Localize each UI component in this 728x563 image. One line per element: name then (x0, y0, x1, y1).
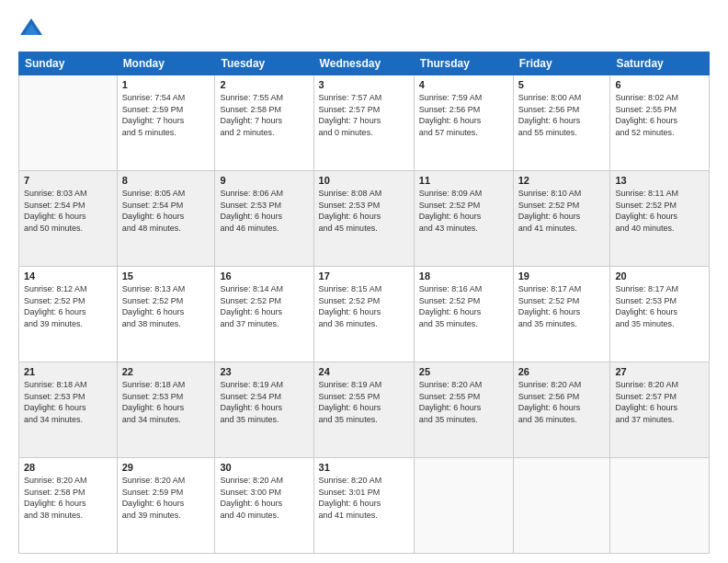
day-cell: 24Sunrise: 8:19 AM Sunset: 2:55 PM Dayli… (313, 362, 414, 458)
logo-icon (18, 17, 44, 42)
day-number: 19 (518, 270, 606, 282)
day-info: Sunrise: 8:05 AM Sunset: 2:54 PM Dayligh… (122, 188, 210, 234)
day-cell: 5Sunrise: 8:00 AM Sunset: 2:56 PM Daylig… (513, 75, 610, 171)
day-cell: 7Sunrise: 8:03 AM Sunset: 2:54 PM Daylig… (19, 171, 118, 267)
day-number: 22 (122, 366, 210, 377)
day-cell: 28Sunrise: 8:20 AM Sunset: 2:58 PM Dayli… (19, 458, 118, 554)
day-info: Sunrise: 8:14 AM Sunset: 2:52 PM Dayligh… (220, 283, 308, 329)
day-info: Sunrise: 8:06 AM Sunset: 2:53 PM Dayligh… (220, 188, 308, 234)
day-cell: 1Sunrise: 7:54 AM Sunset: 2:59 PM Daylig… (117, 75, 215, 171)
day-cell: 20Sunrise: 8:17 AM Sunset: 2:53 PM Dayli… (610, 267, 710, 362)
header-row: SundayMondayTuesdayWednesdayThursdayFrid… (19, 52, 710, 75)
day-number: 11 (419, 175, 508, 186)
day-number: 13 (615, 175, 704, 186)
header (18, 17, 710, 42)
day-info: Sunrise: 8:19 AM Sunset: 2:54 PM Dayligh… (220, 379, 308, 425)
day-number: 14 (24, 270, 112, 282)
day-info: Sunrise: 8:09 AM Sunset: 2:52 PM Dayligh… (419, 188, 508, 234)
day-info: Sunrise: 8:03 AM Sunset: 2:54 PM Dayligh… (24, 188, 112, 234)
col-header-tuesday: Tuesday (215, 52, 313, 75)
day-cell: 31Sunrise: 8:20 AM Sunset: 3:01 PM Dayli… (313, 458, 414, 554)
week-row-1: 1Sunrise: 7:54 AM Sunset: 2:59 PM Daylig… (19, 75, 710, 171)
day-info: Sunrise: 8:11 AM Sunset: 2:52 PM Dayligh… (615, 188, 704, 234)
day-info: Sunrise: 8:20 AM Sunset: 2:59 PM Dayligh… (122, 475, 210, 521)
day-cell (513, 458, 610, 554)
day-number: 3 (319, 79, 409, 90)
day-info: Sunrise: 8:20 AM Sunset: 3:00 PM Dayligh… (220, 475, 308, 521)
day-number: 15 (122, 270, 210, 282)
day-info: Sunrise: 8:08 AM Sunset: 2:53 PM Dayligh… (319, 188, 409, 234)
day-cell: 17Sunrise: 8:15 AM Sunset: 2:52 PM Dayli… (313, 267, 414, 362)
day-number: 21 (24, 366, 112, 377)
day-cell: 18Sunrise: 8:16 AM Sunset: 2:52 PM Dayli… (414, 267, 513, 362)
col-header-sunday: Sunday (19, 52, 118, 75)
day-info: Sunrise: 8:16 AM Sunset: 2:52 PM Dayligh… (419, 283, 508, 329)
day-info: Sunrise: 7:55 AM Sunset: 2:58 PM Dayligh… (220, 92, 308, 138)
day-cell: 8Sunrise: 8:05 AM Sunset: 2:54 PM Daylig… (117, 171, 215, 267)
day-cell: 11Sunrise: 8:09 AM Sunset: 2:52 PM Dayli… (414, 171, 513, 267)
day-cell: 16Sunrise: 8:14 AM Sunset: 2:52 PM Dayli… (215, 267, 313, 362)
day-number: 16 (220, 270, 308, 282)
day-cell (19, 75, 118, 171)
day-cell (414, 458, 513, 554)
col-header-wednesday: Wednesday (313, 52, 414, 75)
day-info: Sunrise: 8:19 AM Sunset: 2:55 PM Dayligh… (319, 379, 409, 425)
day-number: 2 (220, 79, 308, 90)
day-cell: 6Sunrise: 8:02 AM Sunset: 2:55 PM Daylig… (610, 75, 710, 171)
day-info: Sunrise: 7:57 AM Sunset: 2:57 PM Dayligh… (319, 92, 409, 138)
logo (18, 17, 47, 42)
day-number: 6 (615, 79, 704, 90)
day-cell: 2Sunrise: 7:55 AM Sunset: 2:58 PM Daylig… (215, 75, 313, 171)
week-row-4: 21Sunrise: 8:18 AM Sunset: 2:53 PM Dayli… (19, 362, 710, 458)
day-info: Sunrise: 8:10 AM Sunset: 2:52 PM Dayligh… (518, 188, 606, 234)
day-info: Sunrise: 8:18 AM Sunset: 2:53 PM Dayligh… (24, 379, 112, 425)
day-number: 17 (319, 270, 409, 282)
day-number: 10 (319, 175, 409, 186)
day-info: Sunrise: 8:02 AM Sunset: 2:55 PM Dayligh… (615, 92, 704, 138)
day-number: 9 (220, 175, 308, 186)
day-number: 8 (122, 175, 210, 186)
day-cell: 12Sunrise: 8:10 AM Sunset: 2:52 PM Dayli… (513, 171, 610, 267)
day-cell: 14Sunrise: 8:12 AM Sunset: 2:52 PM Dayli… (19, 267, 118, 362)
day-cell: 25Sunrise: 8:20 AM Sunset: 2:55 PM Dayli… (414, 362, 513, 458)
day-number: 7 (24, 175, 112, 186)
day-info: Sunrise: 8:15 AM Sunset: 2:52 PM Dayligh… (319, 283, 409, 329)
day-cell: 4Sunrise: 7:59 AM Sunset: 2:56 PM Daylig… (414, 75, 513, 171)
col-header-saturday: Saturday (610, 52, 710, 75)
day-cell: 19Sunrise: 8:17 AM Sunset: 2:52 PM Dayli… (513, 267, 610, 362)
day-cell: 21Sunrise: 8:18 AM Sunset: 2:53 PM Dayli… (19, 362, 118, 458)
day-number: 25 (419, 366, 508, 377)
day-info: Sunrise: 8:20 AM Sunset: 3:01 PM Dayligh… (319, 475, 409, 521)
day-number: 4 (419, 79, 508, 90)
day-cell: 13Sunrise: 8:11 AM Sunset: 2:52 PM Dayli… (610, 171, 710, 267)
day-number: 29 (122, 462, 210, 473)
day-cell: 15Sunrise: 8:13 AM Sunset: 2:52 PM Dayli… (117, 267, 215, 362)
day-info: Sunrise: 8:20 AM Sunset: 2:55 PM Dayligh… (419, 379, 508, 425)
day-info: Sunrise: 8:17 AM Sunset: 2:53 PM Dayligh… (615, 283, 704, 329)
day-number: 5 (518, 79, 606, 90)
day-cell: 27Sunrise: 8:20 AM Sunset: 2:57 PM Dayli… (610, 362, 710, 458)
day-cell (610, 458, 710, 554)
day-info: Sunrise: 8:12 AM Sunset: 2:52 PM Dayligh… (24, 283, 112, 329)
day-number: 30 (220, 462, 308, 473)
day-cell: 30Sunrise: 8:20 AM Sunset: 3:00 PM Dayli… (215, 458, 313, 554)
col-header-friday: Friday (513, 52, 610, 75)
day-number: 20 (615, 270, 704, 282)
day-info: Sunrise: 7:59 AM Sunset: 2:56 PM Dayligh… (419, 92, 508, 138)
week-row-2: 7Sunrise: 8:03 AM Sunset: 2:54 PM Daylig… (19, 171, 710, 267)
day-info: Sunrise: 8:00 AM Sunset: 2:56 PM Dayligh… (518, 92, 606, 138)
day-number: 12 (518, 175, 606, 186)
day-info: Sunrise: 8:18 AM Sunset: 2:53 PM Dayligh… (122, 379, 210, 425)
calendar-table: SundayMondayTuesdayWednesdayThursdayFrid… (18, 52, 710, 554)
day-cell: 22Sunrise: 8:18 AM Sunset: 2:53 PM Dayli… (117, 362, 215, 458)
day-number: 31 (319, 462, 409, 473)
day-number: 27 (615, 366, 704, 377)
day-number: 24 (319, 366, 409, 377)
day-cell: 10Sunrise: 8:08 AM Sunset: 2:53 PM Dayli… (313, 171, 414, 267)
col-header-thursday: Thursday (414, 52, 513, 75)
col-header-monday: Monday (117, 52, 215, 75)
day-number: 23 (220, 366, 308, 377)
day-info: Sunrise: 8:17 AM Sunset: 2:52 PM Dayligh… (518, 283, 606, 329)
day-info: Sunrise: 7:54 AM Sunset: 2:59 PM Dayligh… (122, 92, 210, 138)
day-info: Sunrise: 8:13 AM Sunset: 2:52 PM Dayligh… (122, 283, 210, 329)
